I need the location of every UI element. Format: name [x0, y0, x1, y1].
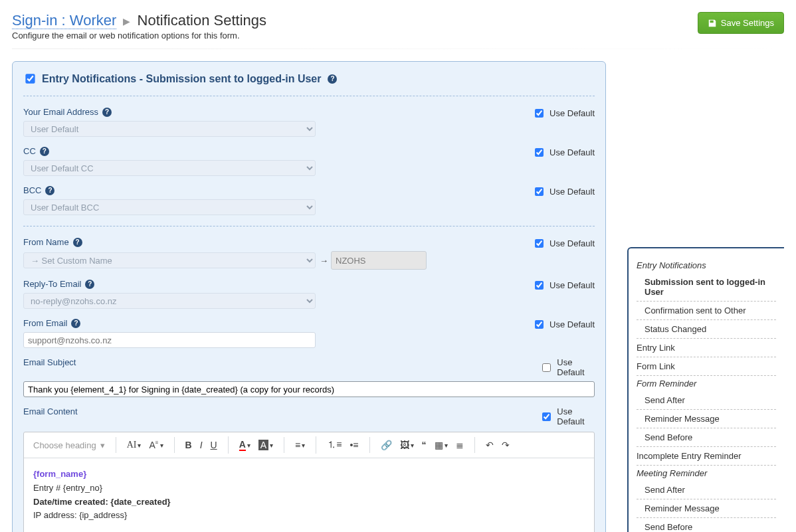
help-icon[interactable]: ? [102, 108, 112, 117]
font-size-button[interactable]: A≡▾ [145, 437, 167, 453]
cc-default-checkbox[interactable] [535, 148, 544, 157]
sections-sidebar: Entry Notifications Submission sent to l… [627, 247, 784, 532]
field-from-name: From Name ? → Set Custom Name → [23, 237, 595, 270]
panel-title: Entry Notifications - Submission sent to… [42, 73, 321, 85]
use-default-label: Use Default [549, 319, 595, 329]
cc-select[interactable]: User Default CC [23, 160, 316, 176]
editor-ip-prefix: IP address: [33, 510, 79, 520]
field-cc: CC ? User Default CC Use Default [23, 146, 595, 176]
use-default-label: Use Default [549, 280, 595, 290]
editor-toolbar: Choose heading▾ AI▾ A≡▾ B I U A▾ A▾ [24, 432, 594, 458]
bcc-select[interactable]: User Default BCC [23, 199, 316, 215]
numbered-list-button[interactable]: ⒈≡ [323, 436, 346, 454]
help-icon[interactable]: ? [73, 238, 82, 247]
panel-enable-checkbox[interactable] [25, 74, 35, 83]
from-name-custom-input[interactable] [331, 251, 427, 270]
use-default-label: Use Default [549, 147, 595, 157]
content-default-checkbox[interactable] [542, 412, 551, 421]
divider [23, 226, 595, 226]
sidebar-item[interactable]: Submission sent to logged-in User [637, 273, 776, 302]
field-reply-to: Reply-To Email ? no-reply@nzohs.co.nz Us… [23, 279, 595, 309]
save-button-label: Save Settings [721, 18, 774, 28]
sidebar-item[interactable]: Status Changed [637, 320, 776, 339]
field-content: Email Content Use Default [23, 406, 595, 426]
sidebar-item[interactable]: Confirmation sent to Other [637, 302, 776, 320]
help-icon[interactable]: ? [85, 280, 94, 289]
sidebar-item[interactable]: Reminder Message [637, 499, 776, 518]
heading-select[interactable]: Choose heading▾ [29, 438, 109, 453]
help-icon[interactable]: ? [40, 147, 49, 156]
entry-notifications-panel: Entry Notifications - Submission sent to… [12, 61, 606, 532]
use-default-label: Use Default [557, 406, 595, 426]
sidebar-item[interactable]: Send Before [637, 428, 776, 447]
breadcrumb-link[interactable]: Sign-in : Worker [12, 12, 116, 29]
sidebar-item[interactable]: Form Link [637, 357, 776, 376]
use-default-label: Use Default [549, 108, 595, 118]
field-email-address: Your Email Address ? User Default Use De… [23, 107, 595, 137]
email-address-label: Your Email Address [23, 107, 98, 117]
italic-button[interactable]: I [196, 437, 207, 453]
editor-date-prefix: Date/time created: [33, 497, 110, 507]
sidebar-item[interactable]: Incomplete Entry Reminder [637, 447, 776, 466]
sidebar-section-form-reminder: Form Reminder [637, 376, 776, 391]
page-subtitle: Configure the email or web notification … [12, 31, 266, 41]
header-divider [12, 48, 784, 49]
help-icon[interactable]: ? [45, 186, 54, 195]
help-icon[interactable]: ? [71, 319, 80, 328]
email-address-select[interactable]: User Default [23, 121, 316, 137]
from-email-default-checkbox[interactable] [535, 320, 544, 329]
cc-label: CC [23, 146, 36, 156]
subject-input[interactable] [23, 381, 595, 397]
outdent-button[interactable]: ≣ [452, 437, 468, 453]
from-email-input[interactable] [23, 332, 316, 348]
highlight-button[interactable]: A▾ [254, 437, 277, 453]
editor-ip-token: {ip_address} [79, 510, 127, 520]
page-header: Sign-in : Worker ▶ Notification Settings… [12, 12, 784, 41]
help-icon[interactable]: ? [328, 74, 337, 84]
chevron-right-icon: ▶ [123, 16, 130, 27]
save-button[interactable]: Save Settings [698, 12, 784, 34]
undo-button[interactable]: ↶ [482, 437, 498, 453]
field-from-email: From Email ? Use Default [23, 318, 595, 348]
sidebar-item[interactable]: Send After [637, 391, 776, 410]
sidebar-item[interactable]: Send After [637, 481, 776, 499]
table-button[interactable]: ▦▾ [431, 437, 452, 453]
sidebar-section-meeting-reminder: Meeting Reminder [637, 466, 776, 481]
sidebar-item[interactable]: Send Before [637, 518, 776, 532]
field-bcc: BCC ? User Default BCC Use Default [23, 185, 595, 215]
sidebar-item[interactable]: Reminder Message [637, 410, 776, 428]
font-color-button[interactable]: A▾ [235, 436, 254, 454]
rich-text-editor: Choose heading▾ AI▾ A≡▾ B I U A▾ A▾ [23, 432, 595, 532]
editor-body[interactable]: {form_name} Entry # {entry_no} Date/time… [24, 458, 594, 532]
use-default-label: Use Default [557, 357, 595, 377]
bold-button[interactable]: B [181, 437, 196, 453]
sidebar-item[interactable]: Entry Link [637, 339, 776, 357]
align-button[interactable]: ≡▾ [291, 437, 309, 453]
from-name-select[interactable]: → Set Custom Name [23, 252, 316, 268]
bcc-default-checkbox[interactable] [535, 187, 544, 196]
disk-icon [708, 19, 717, 28]
subject-label: Email Subject [23, 357, 76, 367]
subject-default-checkbox[interactable] [542, 363, 551, 372]
font-family-button[interactable]: AI▾ [123, 437, 146, 453]
quote-button[interactable]: “ [418, 437, 431, 453]
from-name-default-checkbox[interactable] [535, 239, 544, 248]
use-default-label: Use Default [549, 187, 595, 197]
field-subject: Email Subject Use Default [23, 357, 595, 377]
editor-entry-prefix: Entry # [33, 483, 63, 493]
divider [23, 96, 595, 96]
content-label: Email Content [23, 406, 78, 416]
editor-entry-token: {entry_no} [63, 483, 102, 493]
reply-to-default-checkbox[interactable] [535, 281, 544, 290]
redo-button[interactable]: ↷ [498, 437, 514, 453]
reply-to-label: Reply-To Email [23, 279, 81, 289]
page-title: Sign-in : Worker ▶ Notification Settings [12, 12, 266, 29]
underline-button[interactable]: U [207, 437, 221, 453]
bcc-label: BCC [23, 185, 41, 195]
editor-date-token: {date_created} [110, 497, 170, 507]
link-button[interactable]: 🔗 [377, 437, 396, 453]
reply-to-select[interactable]: no-reply@nzohs.co.nz [23, 293, 316, 309]
email-address-default-checkbox[interactable] [535, 109, 544, 118]
bulleted-list-button[interactable]: •≡ [346, 437, 362, 453]
image-button[interactable]: 🖼▾ [396, 437, 418, 453]
